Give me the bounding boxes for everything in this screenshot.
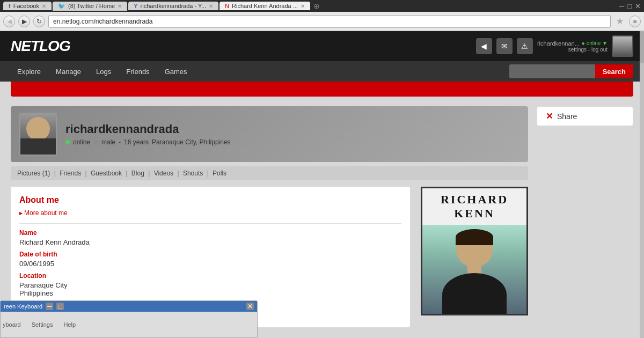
profile-avatar bbox=[19, 113, 57, 156]
name-label: Name bbox=[19, 229, 401, 237]
nav-blog[interactable]: Blog bbox=[131, 170, 144, 177]
forward-button[interactable]: ▶ bbox=[18, 16, 30, 27]
share-button[interactable]: ✕ Share bbox=[537, 106, 633, 126]
divider-1 bbox=[19, 223, 401, 224]
profile-nav: Pictures (1) | Friends | Guestbook | Blo… bbox=[11, 166, 528, 180]
profile-age: 16 years bbox=[124, 138, 149, 146]
nav-manage[interactable]: Manage bbox=[49, 64, 87, 79]
male-icon: ♂ bbox=[93, 138, 98, 146]
bookmark-star[interactable]: ★ bbox=[616, 16, 624, 26]
header-username: richardkennan... bbox=[537, 40, 580, 47]
netlog-logo: NETLOG bbox=[11, 38, 70, 55]
nav-videos[interactable]: Videos bbox=[154, 170, 173, 177]
on-screen-keyboard: reen Keyboard ─ □ ✕ yboard Settings Help bbox=[0, 300, 258, 338]
wrench-button[interactable]: ≡ bbox=[629, 16, 641, 27]
netlog-nav: Explore Manage Logs Friends Games Search bbox=[0, 61, 644, 82]
scrollbar[interactable] bbox=[640, 31, 644, 338]
browser-toolbar: ◀ ▶ ↻ en.netlog.com/richardkennandrada ★… bbox=[0, 12, 644, 31]
nav-polls[interactable]: Polls bbox=[213, 170, 226, 177]
online-dot bbox=[65, 140, 70, 144]
search-input[interactable] bbox=[509, 64, 595, 78]
nav-logs[interactable]: Logs bbox=[90, 64, 118, 79]
nav-search: Search bbox=[509, 64, 633, 78]
new-tab-button[interactable]: ⊕ bbox=[313, 2, 320, 10]
tab-close-twitter[interactable]: ✕ bbox=[118, 3, 122, 9]
back-nav-icon[interactable]: ◀ bbox=[476, 38, 492, 54]
dob-value: 09/06/1995 bbox=[19, 260, 401, 268]
reload-button[interactable]: ↻ bbox=[33, 16, 45, 27]
alerts-icon[interactable]: ⚠ bbox=[517, 38, 533, 54]
tab-facebook[interactable]: f Facebook ✕ bbox=[3, 2, 52, 10]
address-text: en.netlog.com/richardkennandrada bbox=[53, 18, 152, 25]
photo-person bbox=[422, 225, 526, 314]
nav-games[interactable]: Games bbox=[158, 64, 194, 79]
header-online-status: ● online ▼ bbox=[582, 40, 608, 46]
profile-details: online ♂ male - 16 years Paranaque City,… bbox=[65, 138, 231, 146]
share-icon: ✕ bbox=[546, 111, 553, 121]
osk-title: reen Keyboard bbox=[4, 303, 42, 310]
tab-yahoo[interactable]: Y richardkennandrada - Y... ✕ bbox=[128, 2, 218, 10]
name-value: Richard Kenn Andrada bbox=[19, 238, 401, 246]
about-title: About me bbox=[19, 195, 401, 205]
osk-menu-keyboard[interactable]: yboard bbox=[3, 321, 21, 328]
back-button[interactable]: ◀ bbox=[3, 16, 15, 27]
tab-close-netlog[interactable]: ✕ bbox=[301, 3, 305, 9]
messages-icon[interactable]: ✉ bbox=[496, 38, 513, 54]
share-label: Share bbox=[557, 112, 577, 121]
nav-guestbook[interactable]: Guestbook bbox=[91, 170, 122, 177]
profile-info: richardkennandrada online ♂ male - 16 ye… bbox=[65, 122, 231, 146]
nav-shouts[interactable]: Shouts bbox=[183, 170, 203, 177]
maximize-button[interactable]: □ bbox=[627, 2, 632, 10]
profile-separator: - bbox=[119, 138, 121, 146]
page-content: NETLOG ◀ ✉ ⚠ richardkennan... ● online ▼… bbox=[0, 31, 644, 338]
nav-friends[interactable]: Friends bbox=[60, 170, 81, 177]
address-bar[interactable]: en.netlog.com/richardkennandrada bbox=[48, 15, 611, 28]
profile-location: Paranaque City, Philippines bbox=[152, 138, 231, 146]
close-button[interactable]: ✕ bbox=[635, 2, 641, 10]
tab-close-yahoo[interactable]: ✕ bbox=[209, 3, 213, 9]
tab-netlog[interactable]: N Richard Kenn Andrada ... ✕ bbox=[219, 2, 310, 10]
osk-close-button[interactable]: ✕ bbox=[246, 303, 254, 310]
location-city: Paranaque City bbox=[19, 281, 401, 289]
profile-status: online bbox=[73, 138, 90, 146]
more-about-link[interactable]: More about me bbox=[19, 209, 401, 217]
osk-menu-settings[interactable]: Settings bbox=[32, 321, 53, 328]
nav-friends[interactable]: Friends bbox=[120, 64, 156, 79]
netlog-header: NETLOG ◀ ✉ ⚠ richardkennan... ● online ▼… bbox=[0, 31, 644, 61]
profile-photo-box: RICHARD KENN bbox=[421, 187, 528, 315]
header-settings[interactable]: settings - log out bbox=[568, 47, 608, 53]
header-nav-icons: ◀ ✉ ⚠ richardkennan... ● online ▼ settin… bbox=[476, 35, 633, 57]
search-button[interactable]: Search bbox=[595, 64, 633, 78]
osk-minimize-button[interactable]: ─ bbox=[46, 303, 53, 310]
nav-explore[interactable]: Explore bbox=[11, 64, 47, 79]
dob-label: Date of birth bbox=[19, 251, 401, 258]
profile-header: richardkennandrada online ♂ male - 16 ye… bbox=[11, 106, 528, 162]
tab-close-facebook[interactable]: ✕ bbox=[42, 3, 46, 9]
photo-container: RICHARD KENN bbox=[421, 187, 528, 315]
browser-titlebar: f Facebook ✕ 🐦 (8) Twitter / Home ✕ Y ri… bbox=[0, 0, 644, 12]
profile-username: richardkennandrada bbox=[65, 122, 231, 136]
photo-title: RICHARD KENN bbox=[422, 188, 526, 225]
minimize-button[interactable]: ─ bbox=[619, 2, 624, 10]
profile-gender: male bbox=[101, 138, 115, 146]
browser-frame: f Facebook ✕ 🐦 (8) Twitter / Home ✕ Y ri… bbox=[0, 0, 644, 338]
osk-maximize-button[interactable]: □ bbox=[56, 303, 64, 310]
osk-titlebar: reen Keyboard ─ □ ✕ bbox=[1, 301, 257, 312]
user-status: richardkennan... ● online ▼ settings - l… bbox=[537, 40, 608, 53]
osk-menu-help[interactable]: Help bbox=[63, 321, 76, 328]
osk-body: yboard Settings Help bbox=[1, 312, 257, 337]
location-country: Philippines bbox=[19, 289, 401, 297]
header-avatar bbox=[612, 35, 633, 57]
nav-pictures[interactable]: Pictures (1) bbox=[17, 170, 50, 177]
tab-twitter[interactable]: 🐦 (8) Twitter / Home ✕ bbox=[53, 2, 127, 11]
scrollbar-thumb[interactable] bbox=[640, 31, 644, 63]
location-label: Location bbox=[19, 272, 401, 280]
right-column: ✕ Share bbox=[537, 106, 633, 338]
red-banner bbox=[11, 82, 633, 97]
